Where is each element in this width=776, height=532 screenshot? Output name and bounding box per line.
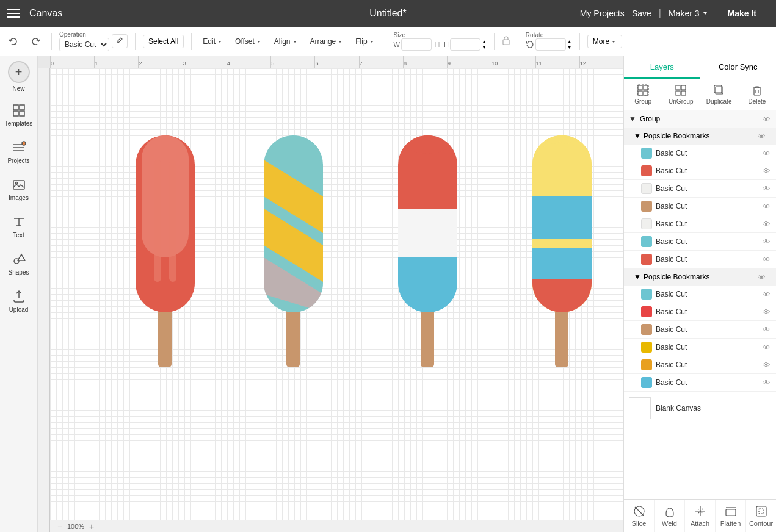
sidebar-item-projects[interactable]: Projects — [2, 134, 35, 169]
zoom-out-button[interactable]: − — [55, 522, 65, 531]
layer-group-header[interactable]: ▼ Group 👁 — [624, 110, 776, 128]
flip-button[interactable]: Flip — [352, 35, 378, 48]
layer-item-bc6: Basic Cut 👁 — [624, 233, 776, 251]
maker-selector[interactable]: Maker 3 — [669, 9, 708, 18]
eye-bc6[interactable]: 👁 — [761, 237, 771, 246]
eye-bc4[interactable]: 👁 — [761, 201, 771, 211]
eye-bc8[interactable]: 👁 — [761, 289, 771, 299]
svg-rect-21 — [421, 306, 434, 367]
eye-bc9[interactable]: 👁 — [761, 307, 771, 317]
svg-rect-48 — [681, 91, 686, 95]
width-input[interactable] — [401, 38, 432, 51]
sidebar-item-text[interactable]: Text — [2, 209, 35, 243]
layers-list[interactable]: ▼ Group 👁 ▼ Popsicle Bookmarks 👁 Basic C… — [624, 110, 776, 499]
swatch-bc4 — [641, 201, 652, 212]
select-all-button[interactable]: Select All — [143, 35, 184, 48]
eye-bc13[interactable]: 👁 — [761, 378, 771, 387]
group-toggle[interactable]: ▼ — [629, 115, 636, 123]
images-icon — [10, 176, 27, 193]
layer-item-bc7: Basic Cut 👁 — [624, 251, 776, 268]
svg-rect-56 — [726, 509, 736, 516]
svg-rect-59 — [759, 509, 764, 514]
eye-bc1[interactable]: 👁 — [761, 148, 771, 158]
offset-button[interactable]: Offset — [231, 35, 266, 48]
canvas-content[interactable] — [50, 68, 623, 520]
eye-bc2[interactable]: 👁 — [761, 166, 771, 176]
svg-point-39 — [570, 132, 584, 146]
contour-button[interactable]: Contour — [746, 500, 776, 532]
arrange-button[interactable]: Arrange — [306, 35, 347, 48]
canvas-area[interactable]: 0123456789101112 — [38, 56, 623, 532]
shapes-label: Shapes — [9, 269, 29, 276]
subgroup1-toggle[interactable]: ▼ — [634, 132, 641, 140]
subgroup-pb1[interactable]: ▼ Popsicle Bookmarks 👁 — [624, 128, 776, 145]
edit-button[interactable]: Edit — [199, 35, 227, 48]
undo-button[interactable] — [5, 34, 22, 49]
eye-bc3[interactable]: 👁 — [761, 184, 771, 193]
save-button[interactable]: Save — [632, 9, 651, 18]
ungroup-button[interactable]: UnGroup — [662, 79, 700, 110]
menu-icon[interactable] — [7, 9, 20, 18]
group-eye[interactable]: 👁 — [761, 114, 771, 124]
sidebar-item-upload[interactable]: Upload — [2, 283, 35, 318]
canvas-bottom: − 100% + — [50, 520, 623, 532]
eye-bc10[interactable]: 👁 — [761, 325, 771, 334]
subgroup-pb2[interactable]: ▼ Popsicle Bookmarks 👁 — [624, 268, 776, 286]
layer-item-bc13: Basic Cut 👁 — [624, 374, 776, 392]
svg-line-55 — [635, 507, 644, 516]
height-input[interactable] — [450, 38, 480, 51]
rotate-input[interactable] — [535, 38, 566, 51]
doc-title: Untitled* — [369, 8, 406, 19]
layer-item-bc1: Basic Cut 👁 — [624, 145, 776, 162]
svg-rect-1 — [13, 105, 18, 110]
text-label: Text — [13, 232, 24, 239]
align-button[interactable]: Align — [270, 35, 302, 48]
tab-layers[interactable]: Layers — [624, 56, 700, 79]
right-panel: Layers Color Sync Group UnGroup Duplicat… — [623, 56, 776, 532]
popsicle-illustration — [111, 74, 623, 501]
duplicate-button[interactable]: Duplicate — [700, 79, 738, 110]
eye-bc12[interactable]: 👁 — [761, 360, 771, 370]
svg-rect-2 — [20, 105, 24, 110]
subgroup1-eye[interactable]: 👁 — [756, 131, 766, 141]
operation-select[interactable]: Basic Cut — [59, 38, 109, 51]
layer-item-bc3: Basic Cut 👁 — [624, 180, 776, 198]
eye-bc7[interactable]: 👁 — [761, 254, 771, 264]
group-button[interactable]: Group — [624, 79, 662, 110]
rotate-label: Rotate — [526, 32, 572, 38]
lock-icon[interactable] — [502, 35, 510, 48]
eye-bc11[interactable]: 👁 — [761, 342, 771, 352]
svg-rect-45 — [676, 85, 680, 90]
slice-button[interactable]: Slice — [624, 500, 655, 532]
separator: | — [659, 8, 661, 19]
eye-bc5[interactable]: 👁 — [761, 219, 771, 229]
my-projects-button[interactable]: My Projects — [580, 9, 625, 18]
subgroup2-eye[interactable]: 👁 — [756, 272, 766, 282]
tab-color-sync[interactable]: Color Sync — [700, 56, 777, 79]
make-it-button[interactable]: Make It — [716, 4, 769, 23]
svg-rect-12 — [142, 135, 189, 257]
svg-point-36 — [533, 130, 550, 147]
sidebar-item-images[interactable]: Images — [2, 171, 35, 206]
layer-item-bc8: Basic Cut 👁 — [624, 286, 776, 303]
weld-button[interactable]: Weld — [655, 500, 685, 532]
delete-button[interactable]: Delete — [738, 79, 776, 110]
svg-rect-44 — [637, 85, 648, 96]
new-button[interactable]: + — [8, 61, 30, 83]
sidebar-item-templates[interactable]: Templates — [2, 97, 35, 132]
zoom-in-button[interactable]: + — [87, 522, 96, 531]
attach-button[interactable]: Attach — [685, 500, 716, 532]
bottom-tools: Slice Weld Attach Flatten Contour — [624, 499, 776, 532]
svg-rect-46 — [681, 85, 686, 90]
more-button[interactable]: More — [587, 35, 622, 48]
subgroup2-toggle[interactable]: ▼ — [634, 273, 641, 281]
flatten-button[interactable]: Flatten — [716, 500, 746, 532]
swatch-bc9 — [641, 306, 652, 317]
redo-button[interactable] — [27, 34, 44, 49]
layer-group-main: ▼ Group 👁 ▼ Popsicle Bookmarks 👁 Basic C… — [624, 110, 776, 392]
pencil-button[interactable] — [112, 34, 128, 48]
swatch-bc5 — [641, 218, 652, 229]
sidebar-item-shapes[interactable]: Shapes — [2, 246, 35, 281]
grid-canvas[interactable] — [50, 68, 623, 520]
templates-label: Templates — [5, 120, 33, 127]
